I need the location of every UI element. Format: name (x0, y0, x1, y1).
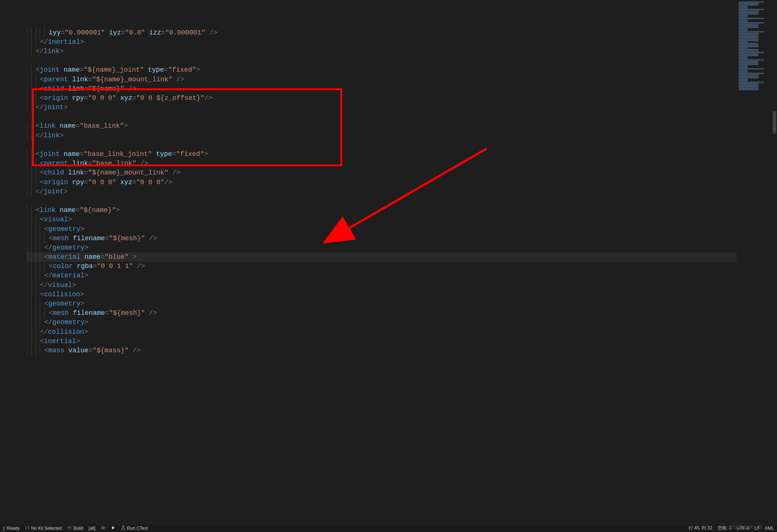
status-spaces-label: 空格: 2 (718, 525, 731, 531)
code-line[interactable]: <mass value="${mass}" /> (27, 346, 736, 355)
svg-point-1 (69, 527, 70, 528)
code-line[interactable]: <mesh filename="${mesh}" /> (27, 309, 736, 318)
status-target-label: [all] (88, 526, 95, 531)
code-line[interactable]: </collision> (27, 327, 736, 337)
code-editor[interactable]: iyy="0.000001" iyz="0.0" izz="0.000001" … (25, 0, 736, 524)
status-ctest[interactable]: Run CTest (121, 525, 148, 531)
watermark: CSDN @张一根 (730, 524, 762, 531)
bug-icon (101, 525, 106, 531)
svg-point-2 (102, 527, 104, 529)
code-line[interactable] (27, 112, 736, 121)
fold-gutter[interactable] (18, 0, 25, 524)
code-line[interactable]: <inertial> (27, 337, 736, 346)
status-kit[interactable]: No Kit Selected (25, 525, 62, 531)
status-debug[interactable] (101, 525, 106, 531)
code-line[interactable]: <color rgba="0 0 1 1" /> (27, 262, 736, 271)
status-kit-label: No Kit Selected (31, 526, 62, 531)
status-spaces[interactable]: 空格: 2 (718, 525, 731, 531)
gear-icon (67, 525, 72, 531)
code-line[interactable]: <collision> (27, 290, 736, 299)
status-cursor[interactable]: 行 45, 列 32 (689, 525, 712, 531)
code-line[interactable]: </link> (27, 47, 736, 56)
status-build-label: Build (73, 526, 83, 531)
status-ctest-label: Run CTest (127, 526, 148, 531)
editor-container: iyy="0.000001" iyz="0.0" izz="0.000001" … (0, 0, 777, 524)
code-line[interactable]: </geometry> (27, 318, 736, 327)
status-target[interactable]: [all] (88, 526, 95, 531)
code-line[interactable]: <geometry> (27, 299, 736, 309)
code-line[interactable]: <parent link="base_link" /> (27, 159, 736, 168)
code-line[interactable]: <child link="${name}" /> (27, 84, 736, 94)
code-line[interactable]: <child link="${name}_mount_link" /> (27, 168, 736, 177)
code-line[interactable]: <material name="blue" > (27, 252, 736, 262)
code-line[interactable]: </joint> (27, 187, 736, 196)
code-line[interactable]: <link name="base_link"> (27, 121, 736, 131)
status-ready[interactable]: ]: Ready (3, 526, 20, 531)
code-line[interactable]: <geometry> (27, 225, 736, 234)
status-ready-label: ]: Ready (3, 526, 20, 531)
code-line[interactable]: </joint> (27, 103, 736, 112)
play-icon (111, 525, 116, 531)
code-line[interactable]: <mesh filename="${mesh}" /> (27, 234, 736, 243)
status-language-label: XML (765, 526, 774, 531)
status-build[interactable]: Build (67, 525, 83, 531)
code-line[interactable]: <link name="${name}"> (27, 206, 736, 215)
code-line[interactable]: </visual> (27, 281, 736, 290)
tools-icon (25, 525, 30, 531)
vertical-scrollbar[interactable] (772, 0, 777, 524)
status-run[interactable] (111, 525, 116, 531)
code-line[interactable]: </inertial> (27, 37, 736, 47)
code-line[interactable]: <origin rpy="0 0 0" xyz="0 0 0"/> (27, 178, 736, 187)
line-number-gutter[interactable] (0, 0, 18, 524)
scrollbar-thumb[interactable] (773, 111, 776, 134)
code-line[interactable]: </geometry> (27, 243, 736, 252)
status-language[interactable]: XML (765, 526, 774, 531)
code-line[interactable]: <visual> (27, 215, 736, 224)
code-line[interactable]: <joint name="base_link_joint" type="fixe… (27, 150, 736, 159)
code-line[interactable]: </link> (27, 131, 736, 140)
code-line[interactable]: <joint name="${name}_joint" type="fixed"… (27, 65, 736, 75)
status-bar: ]: Ready No Kit Selected Build [all] Run… (0, 524, 777, 532)
code-line[interactable]: </material> (27, 271, 736, 280)
code-line[interactable]: <parent link="${name}_mount_link" /> (27, 75, 736, 84)
status-cursor-label: 行 45, 列 32 (689, 525, 712, 531)
minimap-content (739, 1, 775, 91)
code-line[interactable]: <origin rpy="0 0 0" xyz="0 0 ${z_offset}… (27, 94, 736, 103)
flask-icon (121, 525, 126, 531)
code-line[interactable] (27, 56, 736, 65)
code-line[interactable]: iyy="0.000001" iyz="0.0" izz="0.000001" … (27, 28, 736, 37)
minimap[interactable] (736, 0, 777, 524)
code-line[interactable] (27, 196, 736, 206)
code-line[interactable] (27, 140, 736, 150)
